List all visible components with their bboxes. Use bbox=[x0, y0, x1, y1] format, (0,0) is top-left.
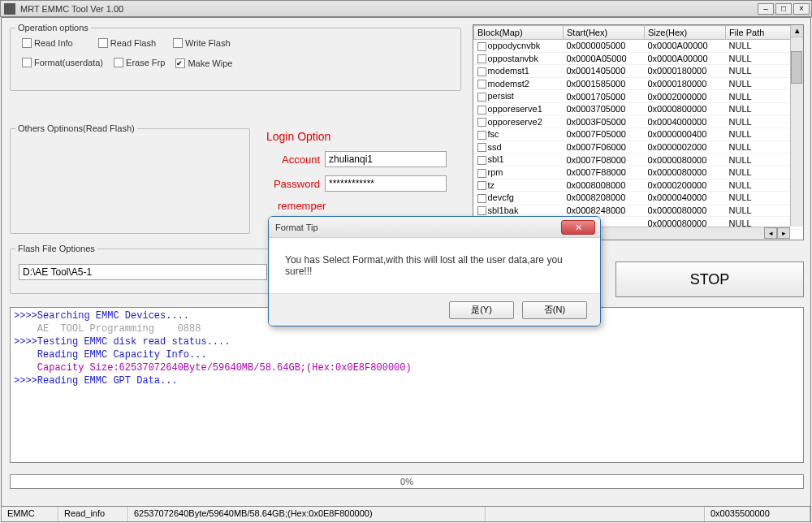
log-line: >>>>Testing EMMC disk read status.... bbox=[14, 335, 800, 348]
row-checkbox[interactable] bbox=[477, 156, 486, 165]
row-checkbox[interactable] bbox=[477, 169, 486, 178]
table-row[interactable]: modemst20x00015850000x0000180000NULL bbox=[474, 77, 803, 90]
account-input[interactable] bbox=[325, 151, 447, 167]
table-row[interactable]: devcfg0x00082080000x0000040000NULL bbox=[474, 192, 803, 205]
others-options-group: Others Optinons(Read Flash) bbox=[10, 128, 250, 234]
table-row[interactable]: sbl10x0007F080000x0000080000NULL bbox=[474, 153, 803, 166]
dialog-close-button[interactable]: ✕ bbox=[561, 220, 595, 235]
close-button[interactable]: × bbox=[793, 3, 810, 15]
log-line: >>>>Reading EMMC GPT Data... bbox=[14, 374, 800, 387]
table-row[interactable]: oppostanvbk0x0000A050000x0000A00000NULL bbox=[474, 52, 803, 65]
status-device: EMMC bbox=[2, 507, 58, 521]
row-checkbox[interactable] bbox=[477, 106, 486, 115]
row-checkbox[interactable] bbox=[477, 54, 486, 63]
dialog-yes-button[interactable]: 是(Y) bbox=[449, 301, 514, 319]
chk-make-wipe[interactable]: Make Wipe bbox=[175, 58, 232, 68]
row-checkbox[interactable] bbox=[477, 80, 486, 89]
row-checkbox[interactable] bbox=[477, 118, 486, 127]
row-checkbox[interactable] bbox=[477, 131, 486, 140]
password-label: Password bbox=[266, 178, 320, 190]
table-row[interactable]: oppodycnvbk0x00000050000x0000A00000NULL bbox=[474, 40, 803, 53]
chk-write-flash[interactable]: Write Flash bbox=[173, 38, 230, 48]
login-heading: Login Option bbox=[266, 130, 461, 143]
chk-read-flash[interactable]: Read Flash bbox=[98, 38, 156, 48]
table-row[interactable]: opporeserve10x00037050000x0000800000NULL bbox=[474, 102, 803, 115]
chk-erase-frp[interactable]: Erase Frp bbox=[114, 58, 165, 67]
row-checkbox[interactable] bbox=[477, 143, 486, 152]
stop-button[interactable]: STOP bbox=[615, 262, 804, 297]
status-addr: 0x0035500000 bbox=[705, 507, 810, 521]
table-row[interactable]: modemst10x00014050000x0000180000NULL bbox=[474, 65, 803, 78]
row-checkbox[interactable] bbox=[477, 42, 486, 51]
dialog-title[interactable]: Format Tip bbox=[269, 217, 600, 238]
table-row[interactable]: sbl1bak0x00082480000x0000080000NULL bbox=[474, 204, 803, 217]
password-input[interactable] bbox=[325, 175, 447, 192]
progress-bar: 0% bbox=[10, 474, 804, 489]
row-checkbox[interactable] bbox=[477, 93, 486, 102]
table-row[interactable]: rpm0x0007F880000x0000080000NULL bbox=[474, 166, 803, 179]
col-block[interactable]: Block(Map) bbox=[474, 26, 564, 40]
table-row[interactable]: fsc0x0007F050000x0000000400NULL bbox=[474, 128, 803, 141]
title-bar: MRT EMMC Tool Ver 1.00 – □ × bbox=[0, 0, 812, 17]
status-mode: Read_info bbox=[58, 507, 128, 521]
table-row[interactable]: opporeserve20x0003F050000x0004000000NULL bbox=[474, 115, 803, 128]
app-icon bbox=[4, 3, 15, 15]
others-options-legend: Others Optinons(Read Flash) bbox=[15, 123, 137, 133]
table-row[interactable]: persist0x00017050000x0002000000NULL bbox=[474, 90, 803, 103]
chk-read-info[interactable]: Read Info bbox=[22, 38, 73, 48]
log-line: Reading EMMC Capacity Info... bbox=[14, 348, 800, 361]
status-bar: EMMC Read_info 62537072640Byte/59640MB/5… bbox=[2, 506, 810, 521]
status-spacer bbox=[486, 507, 705, 521]
login-panel: Login Option Account Password rememper bbox=[266, 130, 461, 212]
account-label: Account bbox=[266, 153, 320, 166]
dialog-message: You has Select Format,with this will los… bbox=[285, 254, 584, 277]
table-row[interactable]: ssd0x0007F060000x0000002000NULL bbox=[474, 140, 803, 153]
format-dialog: Format Tip ✕ You has Select Format,with … bbox=[268, 216, 601, 326]
col-start[interactable]: Start(Hex) bbox=[564, 26, 645, 40]
chk-format-userdata[interactable]: Format(userdata) bbox=[22, 58, 103, 67]
log-area[interactable]: >>>>Searching EMMC Devices.... AE TOOL P… bbox=[10, 307, 804, 463]
maximize-button[interactable]: □ bbox=[775, 3, 792, 15]
remember-label: rememper bbox=[278, 200, 326, 212]
minimize-button[interactable]: – bbox=[758, 3, 774, 15]
log-line: Capacity Size:62537072640Byte/59640MB/58… bbox=[14, 361, 800, 374]
table-scrollbar-vertical[interactable]: ▴ bbox=[790, 25, 803, 227]
flash-file-legend: Flash File Optiones bbox=[15, 244, 97, 253]
status-capacity: 62537072640Byte/59640MB/58.64GB;(Hex:0x0… bbox=[128, 507, 486, 521]
window-title: MRT EMMC Tool Ver 1.00 bbox=[20, 4, 758, 14]
partition-table: Block(Map) Start(Hex) Size(Hex) File Pat… bbox=[473, 24, 804, 240]
operation-options-group: Operation options Read Info Read Flash W… bbox=[10, 28, 461, 91]
row-checkbox[interactable] bbox=[477, 181, 486, 190]
progress-text: 0% bbox=[400, 477, 413, 486]
row-checkbox[interactable] bbox=[477, 194, 486, 203]
table-row[interactable]: tz0x00080080000x0000200000NULL bbox=[474, 179, 803, 192]
col-size[interactable]: Size(Hex) bbox=[645, 26, 726, 40]
row-checkbox[interactable] bbox=[477, 206, 486, 215]
flash-file-input[interactable] bbox=[19, 264, 267, 280]
dialog-no-button[interactable]: 否(N) bbox=[522, 301, 587, 319]
row-checkbox[interactable] bbox=[477, 67, 486, 76]
operation-options-legend: Operation options bbox=[15, 23, 91, 32]
